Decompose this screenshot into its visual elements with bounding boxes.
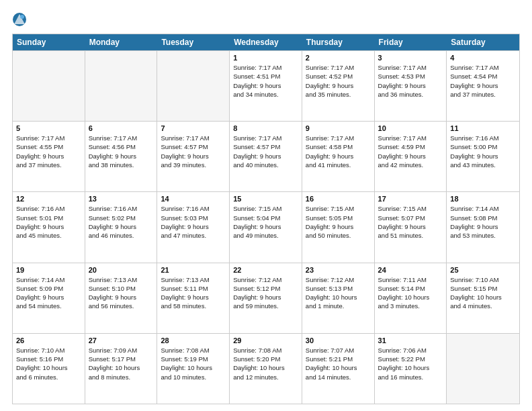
calendar-cell (157, 51, 230, 121)
header-day-sunday: Sunday (13, 34, 85, 50)
cell-info: Sunrise: 7:14 AM Sunset: 5:08 PM Dayligh… (450, 204, 516, 240)
calendar-cell: 20Sunrise: 7:13 AM Sunset: 5:10 PM Dayli… (85, 263, 158, 333)
cell-info: Sunrise: 7:17 AM Sunset: 4:51 PM Dayligh… (233, 63, 298, 99)
header-day-wednesday: Wednesday (230, 34, 302, 50)
cell-info: Sunrise: 7:16 AM Sunset: 5:03 PM Dayligh… (161, 204, 226, 240)
day-number: 27 (89, 336, 154, 345)
calendar-cell: 1Sunrise: 7:17 AM Sunset: 4:51 PM Daylig… (230, 51, 302, 121)
cell-info: Sunrise: 7:10 AM Sunset: 5:15 PM Dayligh… (450, 275, 516, 311)
cell-info: Sunrise: 7:12 AM Sunset: 5:13 PM Dayligh… (306, 275, 371, 311)
calendar-cell: 12Sunrise: 7:16 AM Sunset: 5:01 PM Dayli… (13, 192, 85, 262)
day-number: 5 (16, 124, 81, 132)
day-number: 26 (16, 336, 81, 345)
page: SundayMondayTuesdayWednesdayThursdayFrid… (0, 0, 532, 411)
calendar-cell: 8Sunrise: 7:17 AM Sunset: 4:57 PM Daylig… (230, 122, 302, 191)
calendar-cell: 26Sunrise: 7:10 AM Sunset: 5:16 PM Dayli… (13, 334, 85, 404)
logo (12, 12, 31, 27)
calendar-cell: 15Sunrise: 7:15 AM Sunset: 5:04 PM Dayli… (230, 192, 302, 262)
cell-info: Sunrise: 7:17 AM Sunset: 4:55 PM Dayligh… (16, 134, 81, 169)
cell-info: Sunrise: 7:13 AM Sunset: 5:10 PM Dayligh… (89, 275, 154, 311)
day-number: 20 (89, 266, 154, 274)
cell-info: Sunrise: 7:06 AM Sunset: 5:22 PM Dayligh… (378, 346, 443, 381)
cell-info: Sunrise: 7:15 AM Sunset: 5:05 PM Dayligh… (306, 204, 371, 240)
header-day-monday: Monday (85, 34, 158, 50)
calendar-cell: 21Sunrise: 7:13 AM Sunset: 5:11 PM Dayli… (157, 263, 230, 333)
day-number: 8 (233, 124, 298, 132)
cell-info: Sunrise: 7:10 AM Sunset: 5:16 PM Dayligh… (16, 346, 81, 381)
calendar-row-4: 26Sunrise: 7:10 AM Sunset: 5:16 PM Dayli… (13, 333, 519, 404)
calendar-cell: 25Sunrise: 7:10 AM Sunset: 5:15 PM Dayli… (447, 263, 519, 333)
day-number: 23 (306, 266, 371, 274)
day-number: 2 (306, 54, 371, 62)
calendar-cell: 4Sunrise: 7:17 AM Sunset: 4:54 PM Daylig… (447, 51, 519, 121)
calendar-cell: 7Sunrise: 7:17 AM Sunset: 4:57 PM Daylig… (157, 122, 230, 191)
cell-info: Sunrise: 7:08 AM Sunset: 5:20 PM Dayligh… (233, 346, 298, 381)
day-number: 30 (306, 336, 371, 345)
header-day-tuesday: Tuesday (157, 34, 230, 50)
calendar-cell: 31Sunrise: 7:06 AM Sunset: 5:22 PM Dayli… (375, 334, 447, 404)
calendar-cell (13, 51, 85, 121)
day-number: 29 (233, 336, 298, 345)
calendar-cell: 2Sunrise: 7:17 AM Sunset: 4:52 PM Daylig… (302, 51, 375, 121)
calendar: SundayMondayTuesdayWednesdayThursdayFrid… (12, 34, 520, 404)
calendar-row-3: 19Sunrise: 7:14 AM Sunset: 5:09 PM Dayli… (13, 263, 519, 333)
calendar-cell: 18Sunrise: 7:14 AM Sunset: 5:08 PM Dayli… (447, 192, 519, 262)
day-number: 3 (378, 54, 443, 62)
day-number: 19 (16, 266, 81, 274)
calendar-body: 1Sunrise: 7:17 AM Sunset: 4:51 PM Daylig… (13, 50, 519, 404)
calendar-cell: 27Sunrise: 7:09 AM Sunset: 5:17 PM Dayli… (85, 334, 158, 404)
calendar-cell: 13Sunrise: 7:16 AM Sunset: 5:02 PM Dayli… (85, 192, 158, 262)
day-number: 14 (161, 195, 226, 203)
cell-info: Sunrise: 7:09 AM Sunset: 5:17 PM Dayligh… (89, 346, 154, 381)
cell-info: Sunrise: 7:17 AM Sunset: 4:58 PM Dayligh… (306, 134, 371, 169)
calendar-cell: 24Sunrise: 7:11 AM Sunset: 5:14 PM Dayli… (375, 263, 447, 333)
day-number: 24 (378, 266, 443, 274)
calendar-cell: 30Sunrise: 7:07 AM Sunset: 5:21 PM Dayli… (302, 334, 375, 404)
cell-info: Sunrise: 7:17 AM Sunset: 4:59 PM Dayligh… (378, 134, 443, 169)
calendar-cell: 14Sunrise: 7:16 AM Sunset: 5:03 PM Dayli… (157, 192, 230, 262)
cell-info: Sunrise: 7:08 AM Sunset: 5:19 PM Dayligh… (161, 346, 226, 381)
day-number: 25 (450, 266, 516, 274)
calendar-cell: 16Sunrise: 7:15 AM Sunset: 5:05 PM Dayli… (302, 192, 375, 262)
calendar-cell: 5Sunrise: 7:17 AM Sunset: 4:55 PM Daylig… (13, 122, 85, 191)
header-day-thursday: Thursday (302, 34, 375, 50)
calendar-cell (447, 334, 519, 404)
cell-info: Sunrise: 7:17 AM Sunset: 4:52 PM Dayligh… (306, 63, 371, 99)
cell-info: Sunrise: 7:07 AM Sunset: 5:21 PM Dayligh… (306, 346, 371, 381)
day-number: 11 (450, 124, 516, 132)
day-number: 28 (161, 336, 226, 345)
logo-icon (12, 12, 27, 27)
calendar-cell: 11Sunrise: 7:16 AM Sunset: 5:00 PM Dayli… (447, 122, 519, 191)
day-number: 13 (89, 195, 154, 203)
day-number: 7 (161, 124, 226, 132)
calendar-cell: 6Sunrise: 7:17 AM Sunset: 4:56 PM Daylig… (85, 122, 158, 191)
cell-info: Sunrise: 7:11 AM Sunset: 5:14 PM Dayligh… (378, 275, 443, 311)
cell-info: Sunrise: 7:17 AM Sunset: 4:57 PM Dayligh… (233, 134, 298, 169)
cell-info: Sunrise: 7:16 AM Sunset: 5:00 PM Dayligh… (450, 134, 516, 169)
day-number: 17 (378, 195, 443, 203)
cell-info: Sunrise: 7:17 AM Sunset: 4:54 PM Dayligh… (450, 63, 516, 99)
cell-info: Sunrise: 7:16 AM Sunset: 5:02 PM Dayligh… (89, 204, 154, 240)
cell-info: Sunrise: 7:15 AM Sunset: 5:07 PM Dayligh… (378, 204, 443, 240)
header-day-friday: Friday (375, 34, 447, 50)
calendar-cell: 17Sunrise: 7:15 AM Sunset: 5:07 PM Dayli… (375, 192, 447, 262)
calendar-header: SundayMondayTuesdayWednesdayThursdayFrid… (13, 34, 519, 50)
day-number: 16 (306, 195, 371, 203)
calendar-cell: 9Sunrise: 7:17 AM Sunset: 4:58 PM Daylig… (302, 122, 375, 191)
calendar-row-0: 1Sunrise: 7:17 AM Sunset: 4:51 PM Daylig… (13, 50, 519, 121)
cell-info: Sunrise: 7:14 AM Sunset: 5:09 PM Dayligh… (16, 275, 81, 311)
header (12, 12, 520, 27)
day-number: 6 (89, 124, 154, 132)
calendar-cell: 23Sunrise: 7:12 AM Sunset: 5:13 PM Dayli… (302, 263, 375, 333)
svg-point-2 (20, 15, 24, 19)
calendar-cell: 29Sunrise: 7:08 AM Sunset: 5:20 PM Dayli… (230, 334, 302, 404)
day-number: 12 (16, 195, 81, 203)
day-number: 22 (233, 266, 298, 274)
cell-info: Sunrise: 7:17 AM Sunset: 4:56 PM Dayligh… (89, 134, 154, 169)
calendar-cell: 3Sunrise: 7:17 AM Sunset: 4:53 PM Daylig… (375, 51, 447, 121)
day-number: 4 (450, 54, 516, 62)
calendar-cell: 19Sunrise: 7:14 AM Sunset: 5:09 PM Dayli… (13, 263, 85, 333)
cell-info: Sunrise: 7:13 AM Sunset: 5:11 PM Dayligh… (161, 275, 226, 311)
cell-info: Sunrise: 7:17 AM Sunset: 4:57 PM Dayligh… (161, 134, 226, 169)
day-number: 15 (233, 195, 298, 203)
